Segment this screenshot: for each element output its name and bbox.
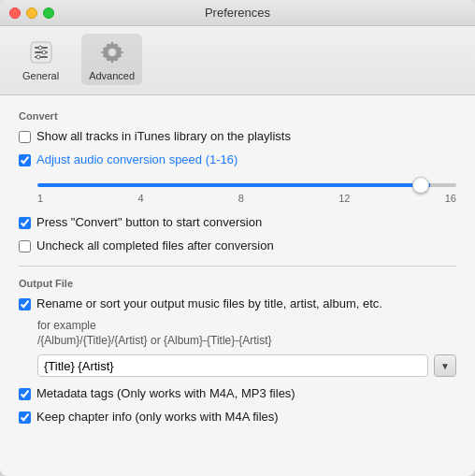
window-title: Preferences: [205, 6, 270, 20]
metadata-tags-checkbox[interactable]: [19, 388, 31, 400]
format-input[interactable]: [37, 354, 428, 377]
preferences-window: Preferences General: [0, 0, 475, 476]
speed-slider[interactable]: [37, 183, 456, 187]
minimize-button[interactable]: [26, 7, 37, 19]
content-area: Convert Show all tracks in iTunes librar…: [0, 95, 475, 476]
keep-chapter-label: Keep chapter info (only works with M4A f…: [36, 410, 279, 426]
show-tracks-label: Show all tracks in iTunes library on the…: [36, 129, 291, 145]
example-label: for example: [37, 319, 456, 332]
maximize-button[interactable]: [43, 7, 54, 19]
rename-sort-row: Rename or sort your output music files b…: [19, 296, 456, 312]
uncheck-completed-label: Uncheck all completed files after conver…: [36, 238, 274, 254]
uncheck-completed-checkbox[interactable]: [19, 240, 31, 252]
format-dropdown-button[interactable]: ▼: [434, 354, 456, 377]
format-input-row: ▼: [37, 354, 456, 377]
svg-point-6: [36, 55, 40, 59]
titlebar: Preferences: [0, 0, 475, 26]
keep-chapter-row: Keep chapter info (only works with M4A f…: [19, 410, 456, 426]
slider-label-8: 8: [238, 193, 244, 204]
output-section: Output File Rename or sort your output m…: [19, 278, 456, 426]
svg-point-4: [38, 46, 42, 50]
press-convert-row: Press "Convert" button to start conversi…: [19, 215, 456, 231]
keep-chapter-checkbox[interactable]: [19, 411, 31, 424]
advanced-icon: [97, 37, 127, 67]
rename-sort-checkbox[interactable]: [19, 298, 31, 310]
toolbar: General Advanced: [0, 26, 475, 95]
general-tab[interactable]: General: [15, 34, 66, 85]
general-tab-label: General: [22, 70, 59, 81]
svg-point-5: [42, 50, 46, 54]
output-header: Output File: [19, 278, 456, 289]
slider-label-16: 16: [445, 193, 456, 204]
slider-label-12: 12: [338, 193, 350, 204]
adjust-speed-label: Adjust audio conversion speed (1-16): [36, 152, 238, 168]
press-convert-checkbox[interactable]: [19, 217, 31, 229]
press-convert-label: Press "Convert" button to start conversi…: [36, 215, 262, 231]
adjust-speed-row: Adjust audio conversion speed (1-16): [19, 152, 456, 168]
show-tracks-row: Show all tracks in iTunes library on the…: [19, 129, 456, 145]
show-tracks-checkbox[interactable]: [19, 131, 31, 143]
traffic-lights: [9, 7, 54, 19]
slider-labels: 1 4 8 12 16: [37, 193, 456, 204]
close-button[interactable]: [9, 7, 21, 19]
general-icon: [26, 37, 56, 67]
advanced-tab-label: Advanced: [89, 70, 135, 81]
uncheck-completed-row: Uncheck all completed files after conver…: [19, 238, 456, 254]
convert-header: Convert: [19, 110, 456, 122]
chevron-down-icon: ▼: [440, 361, 450, 371]
convert-section: Convert Show all tracks in iTunes librar…: [19, 110, 456, 254]
rename-sort-label: Rename or sort your output music files b…: [36, 296, 382, 312]
metadata-tags-label: Metadata tags (Only works with M4A, MP3 …: [36, 386, 295, 402]
metadata-tags-row: Metadata tags (Only works with M4A, MP3 …: [19, 386, 456, 402]
example-path: /{Album}/{Title}/{Artist} or {Album}-{Ti…: [37, 334, 456, 347]
svg-point-8: [108, 49, 116, 56]
slider-label-4: 4: [137, 193, 143, 204]
speed-slider-section: 1 4 8 12 16: [37, 176, 456, 204]
adjust-speed-checkbox[interactable]: [19, 154, 31, 166]
section-divider: [19, 266, 456, 267]
advanced-tab[interactable]: Advanced: [81, 34, 142, 85]
slider-label-1: 1: [37, 193, 43, 204]
